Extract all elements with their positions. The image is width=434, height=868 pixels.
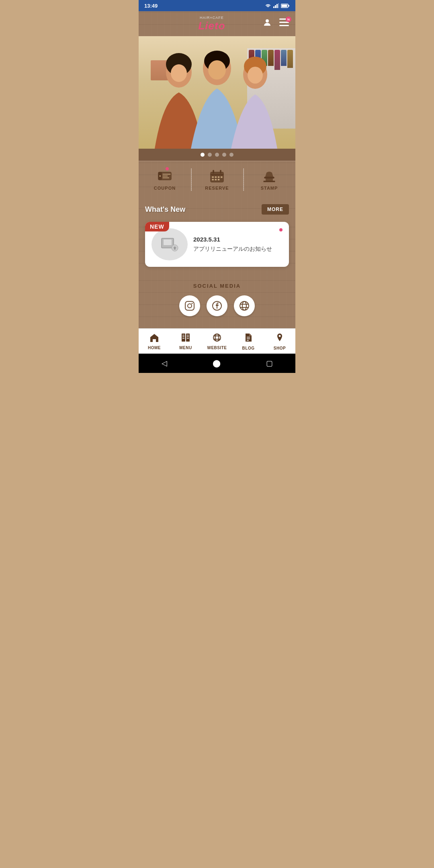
status-time: 13:49 (144, 3, 158, 9)
globe-nav-icon (212, 333, 222, 342)
svg-rect-33 (221, 176, 223, 178)
nav-blog[interactable]: BLOG (233, 331, 264, 352)
website-nav-icon (212, 333, 222, 344)
carousel-dots (139, 149, 295, 161)
svg-rect-37 (266, 178, 273, 181)
nav-menu-label: MENU (179, 346, 192, 350)
reserve-label: RESERVE (205, 186, 229, 190)
instagram-button[interactable] (179, 295, 200, 316)
svg-rect-35 (215, 179, 217, 180)
facebook-button[interactable] (207, 295, 227, 316)
dot-1[interactable] (201, 153, 205, 157)
news-unread-dot (279, 228, 283, 231)
stamp-menu-item[interactable]: STAMP (243, 166, 295, 194)
dot-2[interactable] (208, 153, 212, 157)
header-subtitle: HAIR×CAFE (198, 16, 225, 20)
svg-rect-29 (220, 170, 221, 174)
blog-nav-icon (244, 333, 253, 345)
svg-point-25 (160, 175, 161, 177)
news-date: 2023.5.31 (193, 236, 283, 243)
nav-home[interactable]: HOME (139, 332, 170, 352)
social-icons (145, 295, 289, 316)
icon-menu: COUPON RESERVE (139, 161, 295, 199)
social-title: SOCIAL MEDIA (145, 283, 289, 289)
android-nav: ◁ ⬤ ▢ (139, 354, 295, 373)
wifi-icon (265, 3, 271, 8)
svg-rect-28 (213, 170, 214, 174)
news-card[interactable]: NEW 2023.5.31 アプリリニューアルのお知らせ (145, 222, 289, 267)
status-bar: 13:49 (139, 0, 295, 11)
menu-nav-icon (181, 333, 190, 344)
social-section: SOCIAL MEDIA (139, 275, 295, 328)
home-icon (149, 333, 159, 342)
svg-rect-32 (218, 176, 220, 178)
profile-button[interactable] (262, 18, 272, 30)
coupon-label: COUPON (154, 186, 176, 190)
header: HAIR×CAFE Lieto N (139, 11, 295, 36)
svg-point-44 (188, 304, 192, 308)
profile-icon (262, 18, 272, 27)
svg-point-19 (248, 67, 263, 84)
nav-menu[interactable]: MENU (170, 332, 201, 352)
menu-button[interactable]: N (279, 18, 289, 29)
dot-3[interactable] (215, 153, 219, 157)
svg-point-47 (240, 301, 249, 310)
notification-badge: N (286, 16, 291, 22)
news-section: NEW 2023.5.31 アプリリニューアルのお知らせ (139, 220, 295, 275)
nav-website-label: WEBSITE (207, 346, 227, 350)
recents-button[interactable]: ▢ (258, 357, 281, 369)
svg-point-66 (279, 335, 281, 337)
svg-rect-0 (273, 6, 274, 8)
svg-point-59 (213, 334, 221, 341)
dot-5[interactable] (229, 153, 233, 157)
more-button[interactable]: MORE (262, 204, 289, 215)
svg-rect-39 (264, 181, 275, 182)
svg-rect-27 (211, 174, 223, 176)
signal-icon (273, 3, 279, 8)
news-badge: NEW (145, 222, 169, 231)
news-placeholder-icon (160, 234, 180, 254)
home-android-button[interactable]: ⬤ (205, 357, 229, 369)
header-logo: HAIR×CAFE Lieto (198, 16, 225, 32)
nav-home-label: HOME (148, 346, 161, 350)
svg-rect-31 (215, 176, 217, 178)
nav-shop[interactable]: SHOP (264, 331, 295, 352)
hero-people-svg (139, 36, 295, 149)
svg-rect-3 (278, 3, 279, 8)
nav-shop-label: SHOP (274, 346, 286, 350)
svg-rect-51 (182, 334, 185, 342)
svg-rect-1 (275, 5, 276, 8)
svg-point-7 (266, 19, 269, 23)
svg-point-17 (171, 64, 187, 82)
facebook-icon (212, 301, 222, 311)
coupon-menu-item[interactable]: COUPON (139, 166, 191, 194)
website-button[interactable] (234, 295, 255, 316)
svg-point-60 (215, 334, 219, 341)
svg-rect-52 (186, 334, 190, 342)
coupon-notification (166, 167, 169, 170)
news-image (151, 228, 188, 260)
svg-rect-30 (212, 176, 214, 178)
book-icon (181, 333, 190, 342)
instagram-icon (184, 301, 195, 311)
reserve-icon (208, 169, 226, 183)
svg-rect-5 (282, 4, 287, 7)
svg-point-45 (192, 303, 193, 304)
news-text: アプリリニューアルのお知らせ (193, 245, 283, 253)
whats-new-title: What's New (145, 205, 185, 214)
svg-rect-2 (276, 4, 278, 8)
whats-new-header: What's New MORE (139, 199, 295, 220)
battery-icon (281, 4, 290, 8)
status-icons (265, 3, 290, 8)
nav-website[interactable]: WEBSITE (201, 332, 233, 352)
globe-icon (239, 301, 250, 311)
svg-rect-36 (218, 179, 220, 180)
coupon-icon (156, 169, 174, 183)
dot-4[interactable] (222, 153, 226, 157)
svg-rect-10 (279, 25, 289, 26)
document-icon (244, 333, 253, 342)
location-icon (275, 333, 285, 342)
shop-nav-icon (275, 333, 285, 345)
reserve-menu-item[interactable]: RESERVE (191, 166, 243, 194)
back-button[interactable]: ◁ (154, 357, 175, 369)
